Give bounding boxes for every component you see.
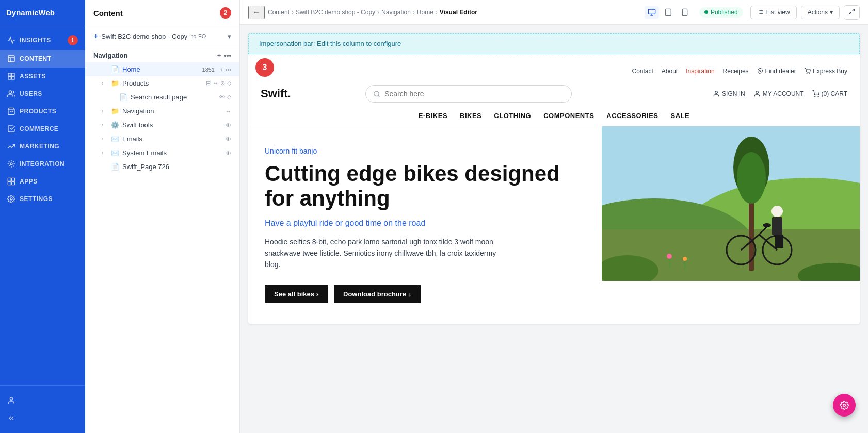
svg-rect-4	[12, 73, 14, 76]
topbar-actions: List view Actions ▾	[750, 5, 860, 20]
mobile-icon	[681, 8, 689, 16]
tree-item-swift-tools[interactable]: › ⚙️ Swift tools 👁	[85, 118, 239, 132]
sidebar-item-settings[interactable]: SETTINGS	[0, 190, 85, 208]
sidebar-item-assets[interactable]: ASSETS	[0, 68, 85, 85]
sidebar-item-products[interactable]: PRODUCTS	[0, 103, 85, 120]
page-icon: 📄	[119, 93, 127, 101]
hide-icon[interactable]: 👁	[226, 122, 231, 128]
svg-point-39	[818, 96, 818, 97]
fab-settings[interactable]	[833, 394, 856, 417]
search-input[interactable]	[384, 90, 564, 98]
tree-item-system-emails[interactable]: › ✉️ System Emails 👁	[85, 146, 239, 160]
svg-point-14	[10, 198, 12, 200]
preview-container[interactable]: Impersonation bar: Edit this column to c…	[240, 25, 868, 433]
svg-point-9	[10, 163, 12, 165]
svg-rect-10	[8, 178, 11, 181]
tag-icon[interactable]: ◇	[227, 94, 231, 101]
svg-point-63	[683, 257, 687, 261]
breadcrumb-shop[interactable]: Swift B2C demo shop - Copy	[296, 9, 375, 16]
assets-icon	[7, 72, 15, 80]
tree-item-products[interactable]: › 📁 Products ⊞ ↔ ⊗ ◇	[85, 76, 239, 90]
move-icon[interactable]: ↔	[226, 108, 231, 114]
breadcrumb-sep: ›	[413, 9, 415, 16]
sidebar-item-collapse[interactable]	[0, 409, 85, 427]
mainnav-ebikes[interactable]: E-BIKES	[419, 112, 447, 120]
sidebar-item-content[interactable]: CONTENT	[0, 50, 85, 68]
hide-icon[interactable]: 👁	[219, 94, 225, 101]
add-child-icon[interactable]: +	[220, 66, 223, 73]
my-account-button[interactable]: MY ACCOUNT	[753, 90, 804, 97]
svg-point-61	[667, 254, 672, 259]
collapse-icon	[7, 414, 15, 422]
item-actions: ⊞ ↔ ⊗ ◇	[206, 80, 231, 87]
svg-rect-0	[8, 56, 14, 62]
list-view-button[interactable]: List view	[750, 6, 797, 19]
sidebar-item-commerce[interactable]: COMMERCE	[0, 120, 85, 138]
sidebar-item-insights[interactable]: INSIGHTS 1	[0, 30, 85, 50]
site-selector[interactable]: + Swift B2C demo shop - Copy to-FO ▾	[85, 26, 239, 46]
svg-point-32	[807, 73, 807, 74]
hide-icon[interactable]: 👁	[226, 136, 231, 142]
sidebar-item-user-profile[interactable]	[0, 392, 85, 409]
sign-in-button[interactable]: SIGN IN	[713, 90, 745, 97]
tag-icon[interactable]: ◇	[227, 80, 231, 87]
breadcrumb-home[interactable]: Home	[417, 9, 433, 16]
see-all-bikes-button[interactable]: See all bikes ›	[265, 285, 328, 303]
cart-button[interactable]: (0) CART	[812, 90, 847, 97]
sidebar-item-label: INSIGHTS	[20, 37, 51, 44]
expand-icon	[848, 8, 855, 15]
tree-icon[interactable]: ⊗	[220, 80, 225, 87]
mainnav-bikes[interactable]: BIKES	[460, 112, 481, 120]
more-icon[interactable]: •••	[225, 66, 231, 73]
mainnav-accessories[interactable]: ACCESSORIES	[606, 112, 658, 120]
back-button[interactable]: ←	[248, 6, 265, 19]
download-brochure-button[interactable]: Download brochure ↓	[334, 285, 421, 303]
item-actions: ↔	[226, 108, 231, 114]
tree-item-swift-page[interactable]: 📄 Swift_Page 726	[85, 160, 239, 174]
breadcrumb-content[interactable]: Content	[268, 9, 290, 16]
tree-item-label: Search result page	[131, 93, 216, 101]
svg-rect-11	[12, 178, 15, 181]
expand-button[interactable]	[844, 5, 860, 20]
mainnav-sale[interactable]: SALE	[671, 112, 690, 120]
sidebar-item-marketing[interactable]: MARKETING	[0, 138, 85, 155]
mainnav-clothing[interactable]: CLOTHING	[494, 112, 531, 120]
tree-item-home[interactable]: 📄 Home 1851 + •••	[85, 62, 239, 76]
hide-icon[interactable]: 👁	[226, 150, 231, 156]
mobile-view-button[interactable]	[678, 6, 692, 19]
topnav-inspiration[interactable]: Inspiration	[686, 68, 714, 75]
more-options-icon[interactable]: •••	[224, 52, 231, 59]
topnav-receipes[interactable]: Receipes	[723, 68, 749, 75]
tree-panel-header: Content 2	[85, 0, 239, 26]
tree-item-search-result[interactable]: 📄 Search result page 👁 ◇	[85, 90, 239, 104]
svg-point-64	[843, 404, 846, 407]
sidebar-item-apps[interactable]: APPS	[0, 173, 85, 190]
topnav-about[interactable]: About	[662, 68, 678, 75]
mainnav-components[interactable]: COMPONENTS	[543, 112, 594, 120]
tablet-view-button[interactable]	[661, 6, 676, 19]
add-item-icon[interactable]: +	[217, 52, 221, 59]
copy-icon[interactable]: ⊞	[206, 80, 211, 87]
user-profile-icon	[7, 396, 15, 405]
sidebar-item-users[interactable]: USERS	[0, 85, 85, 103]
desktop-view-button[interactable]	[645, 6, 659, 19]
tree-item-emails[interactable]: › ✉️ Emails 👁	[85, 132, 239, 146]
actions-button[interactable]: Actions ▾	[801, 6, 840, 19]
hero-tag: Unicorn fit banjo	[265, 147, 585, 155]
preview-frame: Impersonation bar: Edit this column to c…	[248, 33, 860, 324]
svg-rect-51	[775, 235, 779, 248]
topnav-find-dealer[interactable]: Find dealer	[757, 68, 796, 75]
topnav-contact[interactable]: Contact	[632, 68, 653, 75]
svg-rect-6	[12, 77, 14, 79]
tree-item-navigation[interactable]: › 📁 Navigation ↔	[85, 104, 239, 118]
site-locale: to-FO	[191, 33, 206, 39]
add-site-icon: +	[93, 31, 98, 41]
move-icon[interactable]: ↔	[213, 80, 218, 87]
breadcrumb-navigation[interactable]: Navigation	[381, 9, 411, 16]
svg-line-29	[853, 9, 855, 11]
apps-icon	[7, 177, 15, 186]
sidebar-item-integration[interactable]: INTEGRATION	[0, 155, 85, 173]
topnav-express-buy[interactable]: Express Buy	[805, 68, 847, 75]
email-icon: ✉️	[111, 149, 119, 157]
tree-item-label: Navigation	[122, 107, 222, 115]
